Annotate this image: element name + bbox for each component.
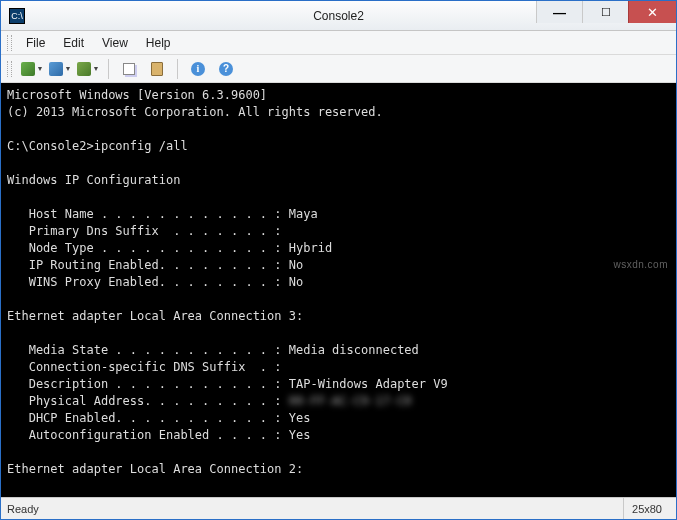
terminal-line: Node Type . . . . . . . . . . . . : Hybr… [7,240,670,257]
terminal-line [7,444,670,461]
menu-file[interactable]: File [18,34,53,52]
titlebar: C:\ Console2 — ☐ ✕ [1,1,676,31]
terminal-output[interactable]: Microsoft Windows [Version 6.3.9600](c) … [1,83,676,497]
terminal-line: Microsoft Windows [Version 6.3.9600] [7,87,670,104]
terminal-line: Ethernet adapter Local Area Connection 3… [7,308,670,325]
menubar-grip[interactable] [7,35,12,51]
terminal-line: C:\Console2>ipconfig /all [7,138,670,155]
terminal-line [7,189,670,206]
menu-view[interactable]: View [94,34,136,52]
terminal-line [7,121,670,138]
toolbar: ▼ ▼ ▼ i ? [1,55,676,83]
redacted-text: 00-FF-AC-C9-17-C0 [289,394,412,408]
terminal-line: Media State . . . . . . . . . . . : Medi… [7,342,670,359]
terminal-line [7,155,670,172]
copy-icon [123,63,135,75]
chevron-down-icon: ▼ [65,65,72,72]
terminal-line [7,478,670,495]
terminal-line: Host Name . . . . . . . . . . . . : Maya [7,206,670,223]
help-button[interactable]: ? [214,58,238,80]
copy-button[interactable] [117,58,141,80]
new-process-button[interactable]: ▼ [48,58,72,80]
terminal-line: Ethernet adapter Local Area Connection 2… [7,461,670,478]
close-tab-icon [77,62,91,76]
terminal-line: Primary Dns Suffix . . . . . . . : [7,223,670,240]
menubar: File Edit View Help [1,31,676,55]
terminal-line: WINS Proxy Enabled. . . . . . . . : No [7,274,670,291]
terminal-line: Windows IP Configuration [7,172,670,189]
maximize-button[interactable]: ☐ [582,1,628,23]
window-controls: — ☐ ✕ [536,1,676,30]
toolbar-grip[interactable] [7,61,12,77]
toolbar-separator [108,59,109,79]
terminal-line: IP Routing Enabled. . . . . . . . : No [7,257,670,274]
menu-help[interactable]: Help [138,34,179,52]
terminal-line [7,291,670,308]
terminal-line: Physical Address. . . . . . . . . : 00-F… [7,393,670,410]
toolbar-separator [177,59,178,79]
new-tab-button[interactable]: ▼ [20,58,44,80]
terminal-line: Description . . . . . . . . . . . : TAP-… [7,376,670,393]
info-icon: i [191,62,205,76]
chevron-down-icon: ▼ [93,65,100,72]
terminal-line [7,325,670,342]
paste-button[interactable] [145,58,169,80]
chevron-down-icon: ▼ [37,65,44,72]
statusbar: Ready 25x80 [1,497,676,519]
menu-edit[interactable]: Edit [55,34,92,52]
minimize-button[interactable]: — [536,1,582,23]
new-tab-icon [21,62,35,76]
terminal-line: DHCP Enabled. . . . . . . . . . . : Yes [7,410,670,427]
watermark: wsxdn.com [613,259,668,270]
status-dimensions: 25x80 [623,498,670,519]
about-button[interactable]: i [186,58,210,80]
terminal-line: Autoconfiguration Enabled . . . . : Yes [7,427,670,444]
status-text: Ready [7,503,623,515]
process-icon [49,62,63,76]
close-button[interactable]: ✕ [628,1,676,23]
close-tab-button[interactable]: ▼ [76,58,100,80]
terminal-line: Connection-specific DNS Suffix . : [7,359,670,376]
terminal-line: (c) 2013 Microsoft Corporation. All righ… [7,104,670,121]
window-title: Console2 [313,9,364,23]
help-icon: ? [219,62,233,76]
paste-icon [151,62,163,76]
app-icon: C:\ [9,8,25,24]
